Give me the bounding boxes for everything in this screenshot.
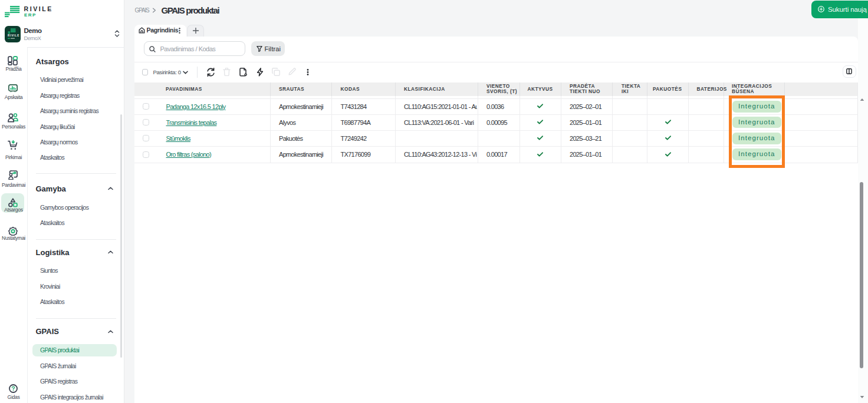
svg-text:RIVILE: RIVILE [8, 34, 19, 37]
